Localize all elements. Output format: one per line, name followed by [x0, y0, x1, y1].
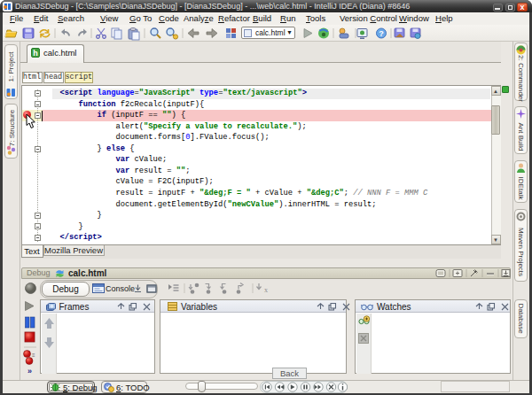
svg-text:»: »	[27, 367, 32, 375]
svg-text:?: ?	[379, 29, 384, 38]
svg-text:x: x	[264, 286, 268, 294]
svg-text:≡: ≡	[32, 352, 35, 358]
